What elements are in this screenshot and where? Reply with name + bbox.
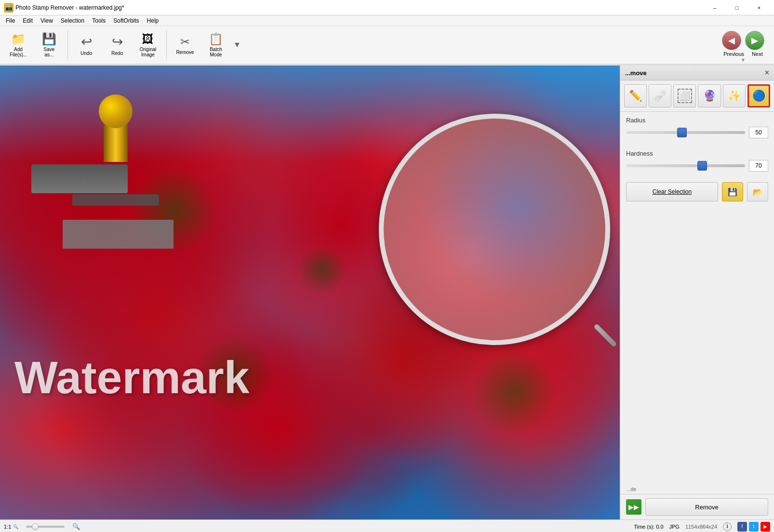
twitter-icon[interactable]: t bbox=[749, 522, 759, 532]
stamp-tool-button[interactable]: 🔵 bbox=[747, 84, 770, 107]
toolbar-sep-1 bbox=[67, 30, 68, 59]
menu-edit[interactable]: Edit bbox=[19, 15, 37, 26]
previous-button[interactable]: ◀ bbox=[722, 31, 741, 50]
zoom-display: 1:1 🔍 bbox=[4, 524, 18, 530]
app-icon: 📷 bbox=[4, 3, 13, 13]
brush-tool-button[interactable]: ✏️ bbox=[624, 84, 647, 107]
zoom-plus-icon[interactable]: 🔍 bbox=[72, 523, 80, 530]
remove-icon-arrow: ▶▶ bbox=[628, 503, 639, 511]
original-image-button[interactable]: 🖼 Original Image bbox=[133, 27, 162, 62]
facebook-icon[interactable]: f bbox=[737, 522, 747, 532]
menu-view[interactable]: View bbox=[37, 15, 57, 26]
toolbar: 📁 Add File(s)... 💾 Save as... ↩ Undo ↪ R… bbox=[0, 26, 774, 65]
hardness-slider-track[interactable] bbox=[626, 164, 745, 167]
tool-panel: ...move × ✏️ 🩹 ⬜ 🔮 ✨ 🔵 bbox=[620, 66, 774, 519]
load-selection-icon: 📂 bbox=[753, 187, 762, 197]
magnified-sky bbox=[384, 119, 605, 340]
redo-icon: ↪ bbox=[112, 34, 123, 50]
menu-softorbits[interactable]: SoftOrbits bbox=[109, 15, 143, 26]
social-icons: f t ▶ bbox=[737, 522, 770, 532]
eraser-tool-button[interactable]: 🩹 bbox=[649, 84, 671, 107]
brush-tool-icon: ✏️ bbox=[629, 90, 642, 102]
zoom-slider-track[interactable] bbox=[26, 526, 65, 528]
hardness-section: Hardness 70 bbox=[620, 145, 774, 178]
eraser-tool-icon: 🩹 bbox=[654, 90, 667, 102]
zoom-slider-thumb[interactable] bbox=[32, 523, 39, 530]
batch-mode-button[interactable]: 📋 Batch Mode bbox=[201, 27, 230, 62]
main-area: Watermark ...move × ✏️ 🩹 bbox=[0, 66, 774, 519]
window-title: Photo Stamp Remover - watermarked.jpg* bbox=[15, 4, 704, 11]
next-button[interactable]: ▶ bbox=[745, 31, 764, 50]
undo-button[interactable]: ↩ Undo bbox=[72, 27, 101, 62]
original-image-label: Original Image bbox=[140, 47, 156, 57]
status-right: Time (s): 0.0 JPG 1154x864x24 ℹ f t ▶ bbox=[634, 522, 770, 532]
time-label: Time (s): 0.0 bbox=[634, 524, 663, 530]
panel-actions: Clear Selection 💾 📂 bbox=[620, 178, 774, 205]
undo-icon: ↩ bbox=[81, 34, 92, 50]
load-selection-button[interactable]: 📂 bbox=[747, 182, 768, 201]
menu-bar: File Edit View Selection Tools SoftOrbit… bbox=[0, 15, 774, 26]
add-files-button[interactable]: 📁 Add File(s)... bbox=[4, 27, 33, 62]
youtube-icon[interactable]: ▶ bbox=[761, 522, 770, 532]
close-button[interactable]: × bbox=[748, 0, 770, 15]
menu-selection[interactable]: Selection bbox=[57, 15, 88, 26]
title-bar: 📷 Photo Stamp Remover - watermarked.jpg*… bbox=[0, 0, 774, 15]
remove-icon: ✂ bbox=[180, 35, 190, 49]
nav-buttons-row: ◀ ▶ bbox=[722, 31, 764, 50]
image-canvas: Watermark bbox=[0, 66, 620, 519]
original-image-icon: 🖼 bbox=[142, 32, 154, 46]
hardness-value[interactable]: 70 bbox=[749, 160, 768, 172]
next-label: Next bbox=[752, 51, 763, 57]
menu-file[interactable]: File bbox=[2, 15, 19, 26]
panel-spacer bbox=[620, 205, 774, 484]
minimize-button[interactable]: – bbox=[704, 0, 726, 15]
format-label: JPG bbox=[669, 524, 680, 530]
hardness-slider-thumb[interactable] bbox=[697, 161, 707, 171]
menu-tools[interactable]: Tools bbox=[88, 15, 109, 26]
rect-select-tool-button[interactable]: ⬜ bbox=[673, 84, 696, 107]
add-files-label: Add File(s)... bbox=[10, 47, 27, 57]
radius-label: Radius bbox=[626, 117, 768, 124]
radius-section: Radius 50 bbox=[620, 112, 774, 145]
navigation-area: ◀ ▶ Previous Next ▼ bbox=[722, 31, 764, 63]
remove-button[interactable]: ✂ Remove bbox=[171, 27, 200, 62]
toolbar-sep-2 bbox=[166, 30, 167, 59]
remove-icon-btn: ▶▶ bbox=[626, 499, 641, 515]
batch-mode-icon: 📋 bbox=[209, 32, 223, 46]
batch-mode-label: Batch Mode bbox=[210, 47, 222, 57]
radius-slider-track[interactable] bbox=[626, 131, 745, 134]
dropdown-chevron-icon[interactable]: ▼ bbox=[741, 57, 746, 63]
panel-close-button[interactable]: × bbox=[765, 68, 769, 77]
radius-value[interactable]: 50 bbox=[749, 127, 768, 138]
previous-label: Previous bbox=[723, 51, 744, 57]
radius-slider-row: 50 bbox=[626, 127, 768, 138]
maximize-button[interactable]: □ bbox=[726, 0, 748, 15]
more-icon[interactable]: ▼ bbox=[233, 40, 241, 49]
radius-slider-thumb[interactable] bbox=[677, 128, 687, 137]
add-files-icon: 📁 bbox=[11, 32, 26, 46]
magic-wand-button[interactable]: ✨ bbox=[723, 84, 746, 107]
magic-wand-icon: ✨ bbox=[728, 90, 741, 102]
undo-label: Undo bbox=[80, 51, 92, 56]
redo-button[interactable]: ↪ Redo bbox=[103, 27, 132, 62]
redo-label: Redo bbox=[111, 51, 123, 56]
save-icon: 💾 bbox=[42, 32, 56, 46]
status-bar: 1:1 🔍 🔍 Time (s): 0.0 JPG 1154x864x24 ℹ … bbox=[0, 519, 774, 532]
dimensions-label: 1154x864x24 bbox=[685, 524, 717, 530]
remove-label: Remove bbox=[176, 50, 194, 55]
zoom-value: 1:1 bbox=[4, 524, 11, 530]
panel-header: ...move × bbox=[620, 66, 774, 80]
canvas-area[interactable]: Watermark bbox=[0, 66, 620, 519]
menu-help[interactable]: Help bbox=[143, 15, 163, 26]
hardness-label: Hardness bbox=[626, 150, 768, 157]
save-selection-button[interactable]: 💾 bbox=[722, 182, 743, 201]
clear-selection-button[interactable]: Clear Selection bbox=[626, 182, 718, 201]
info-icon[interactable]: ℹ bbox=[723, 522, 732, 531]
panel-bottom: ▶▶ Remove bbox=[620, 494, 774, 519]
lasso-tool-icon: 🔮 bbox=[703, 90, 716, 102]
remove-button[interactable]: Remove bbox=[645, 498, 768, 516]
hardness-slider-row: 70 bbox=[626, 160, 768, 172]
rect-select-tool-icon: ⬜ bbox=[678, 89, 692, 103]
lasso-tool-button[interactable]: 🔮 bbox=[698, 84, 721, 107]
save-as-button[interactable]: 💾 Save as... bbox=[35, 27, 64, 62]
